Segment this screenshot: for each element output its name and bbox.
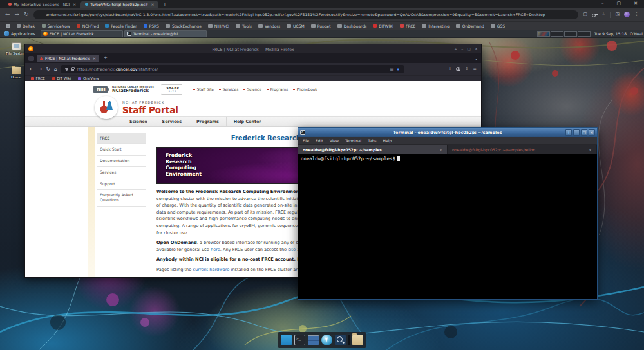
workspace-cell[interactable] xyxy=(564,31,577,37)
bookmark-star-icon[interactable]: ★ xyxy=(396,67,400,72)
maximize-icon[interactable]: ▢ xyxy=(467,47,471,51)
minimize-icon[interactable]: – xyxy=(461,47,463,51)
bookmark-item[interactable]: Tools xyxy=(236,24,252,28)
terminal-tab[interactable]: onealdw@fsitgl-hpc052p: ~/samples/relion… xyxy=(448,145,597,154)
site-settings-icon[interactable] xyxy=(39,12,43,17)
bookmark-item[interactable]: Puppet xyxy=(311,24,331,28)
bookmark-item[interactable]: NIH/NCI xyxy=(208,24,229,28)
desktop-icon-home[interactable]: Home xyxy=(5,67,27,79)
dock-browser-icon[interactable] xyxy=(321,335,332,345)
bookmark-item[interactable]: Dashboards xyxy=(337,24,367,28)
main-nav-item[interactable]: Help Center xyxy=(227,117,269,126)
password-key-icon[interactable] xyxy=(592,14,597,16)
sidebar-item[interactable]: Frequently Asked Questions xyxy=(97,190,146,207)
apps-grid-icon[interactable] xyxy=(6,24,10,28)
bookmark-item[interactable]: People Finder xyxy=(105,24,137,28)
workspace-cell[interactable] xyxy=(578,31,591,37)
bookmark-item[interactable]: FRCE xyxy=(31,77,45,80)
firefox-menu-icon[interactable]: ≡ xyxy=(473,67,477,71)
new-tab-icon[interactable]: + xyxy=(104,56,108,60)
tab-close-icon[interactable]: × xyxy=(93,56,96,60)
share-icon[interactable]: ⇧ xyxy=(465,67,468,71)
dock-folder-icon[interactable] xyxy=(352,335,363,345)
save-icon[interactable]: ▢ xyxy=(583,12,587,17)
minimize-icon[interactable]: – xyxy=(573,129,580,136)
utility-nav-item[interactable]: Science xyxy=(243,88,261,91)
sidebar-item[interactable]: Services xyxy=(97,167,146,178)
main-nav-item[interactable]: Programs xyxy=(189,117,227,126)
firefox-view-icon[interactable] xyxy=(28,56,34,61)
desktop-icon-filesystem[interactable]: File System xyxy=(5,42,27,55)
firefox-address-bar[interactable]: https://ncifrederick.cancer.gov/staff/fr… xyxy=(61,65,404,73)
terminal-output[interactable]: onealdw@fsitgl-hpc052p:~/samples$ xyxy=(298,154,597,299)
text-link[interactable]: site xyxy=(288,247,296,252)
new-tab-button[interactable]: + xyxy=(162,3,167,8)
tab-close-icon[interactable]: × xyxy=(589,147,592,152)
bookmark-item[interactable]: Vendors xyxy=(258,24,280,28)
bookmark-item[interactable]: FRCE xyxy=(400,24,415,28)
browser-tab[interactable]: My Interactive Sessions - NCI× xyxy=(4,1,80,8)
tracking-shield-icon[interactable] xyxy=(65,68,68,71)
terminal-titlebar[interactable]: Terminal - onealdw@fsitgl-hpc052p: ~/sam… xyxy=(298,128,597,137)
tab-close-icon[interactable]: × xyxy=(439,147,442,152)
workspace-cell[interactable] xyxy=(537,31,550,37)
maximize-icon[interactable]: ▢ xyxy=(617,1,621,6)
sidebar-item[interactable]: Documentation xyxy=(97,156,146,167)
minimize-icon[interactable]: – xyxy=(601,1,604,6)
menu-item[interactable]: Edit xyxy=(316,138,323,143)
chrome-menu-icon[interactable]: ⋮ xyxy=(634,12,639,17)
extensions-puzzle-icon[interactable]: ◳ xyxy=(615,12,620,17)
firefox-tab[interactable]: FRCE | NCI at Frederick × xyxy=(37,55,99,62)
menu-item[interactable]: Tabs xyxy=(368,138,376,143)
firefox-titlebar[interactable]: FRCE | NCI at Frederick — Mozilla Firefo… xyxy=(25,44,481,53)
main-nav-item[interactable]: Services xyxy=(155,117,189,126)
forward-icon[interactable]: → xyxy=(15,12,20,17)
bookmark-item[interactable]: OnDemand xyxy=(456,24,484,28)
shade-icon[interactable]: + xyxy=(454,47,457,51)
close-icon[interactable]: × xyxy=(589,129,595,136)
bookmark-item[interactable]: EIT Wiki xyxy=(52,77,71,80)
bookmark-star-icon[interactable]: ☆ xyxy=(601,12,605,17)
address-bar[interactable]: ondemand.ncifcrf.gov/pun/sys/dashboard/n… xyxy=(33,10,579,19)
taskbar-window-button[interactable]: Terminal - onealdw@fsi... xyxy=(124,30,207,37)
menu-item[interactable]: View xyxy=(330,138,339,143)
profile-avatar[interactable] xyxy=(624,12,630,17)
utility-nav-item[interactable]: Programs xyxy=(267,88,288,91)
bookmark-item[interactable]: EITWIKI xyxy=(373,24,393,28)
bookmark-item[interactable]: Interesting xyxy=(422,24,449,28)
main-nav-item[interactable]: Science xyxy=(122,117,155,126)
maximize-icon[interactable]: □ xyxy=(581,129,587,136)
utility-nav-item[interactable]: Services xyxy=(219,88,238,91)
home-icon[interactable]: ⌂ xyxy=(54,67,57,72)
reload-icon[interactable]: ↻ xyxy=(46,67,50,72)
bookmark-item[interactable]: OneView xyxy=(78,77,99,80)
forward-icon[interactable]: → xyxy=(38,67,43,72)
workspace-cell[interactable] xyxy=(551,31,564,37)
reload-icon[interactable]: ↻ xyxy=(24,12,29,17)
save-to-pocket-icon[interactable]: ⇩ xyxy=(448,67,451,71)
stick-icon[interactable]: + xyxy=(565,129,572,136)
sidebar-item[interactable]: Quick Start xyxy=(97,144,146,156)
taskbar-window-button[interactable]: FRCE | NCI at Frederick ... xyxy=(41,30,123,37)
bookmark-item[interactable]: PSRS xyxy=(144,24,159,28)
tab-close-icon[interactable]: × xyxy=(73,2,76,6)
dock-terminal-icon[interactable] xyxy=(294,335,305,345)
applications-menu[interactable]: Applications xyxy=(0,30,39,37)
reader-mode-icon[interactable]: ▤ xyxy=(390,67,394,71)
text-link[interactable]: current hardware xyxy=(193,267,229,272)
dock-window-icon[interactable] xyxy=(281,335,292,345)
bookmark-item[interactable]: StackExchange xyxy=(166,24,202,28)
menu-item[interactable]: File xyxy=(303,138,309,143)
terminal-tab[interactable]: onealdw@fsitgl-hpc052p: ~/samples× xyxy=(298,145,448,154)
bookmark-item[interactable]: NCI-Fred xyxy=(77,24,99,28)
close-icon[interactable]: ✕ xyxy=(475,47,478,51)
menu-item[interactable]: Help xyxy=(383,138,392,143)
bookmark-item[interactable]: UCSM xyxy=(287,24,305,28)
tab-close-icon[interactable]: × xyxy=(151,2,154,6)
bookmark-item[interactable]: Deltek xyxy=(17,24,35,28)
nih-logo[interactable]: NIH xyxy=(93,86,109,93)
browser-tab[interactable]: TurboVNC: fsitgl-hpc052p.ncif× xyxy=(80,1,158,8)
back-icon[interactable]: ← xyxy=(30,67,34,72)
close-icon[interactable]: ✕ xyxy=(634,1,638,6)
bookmark-item[interactable]: ServiceNow xyxy=(42,24,70,28)
